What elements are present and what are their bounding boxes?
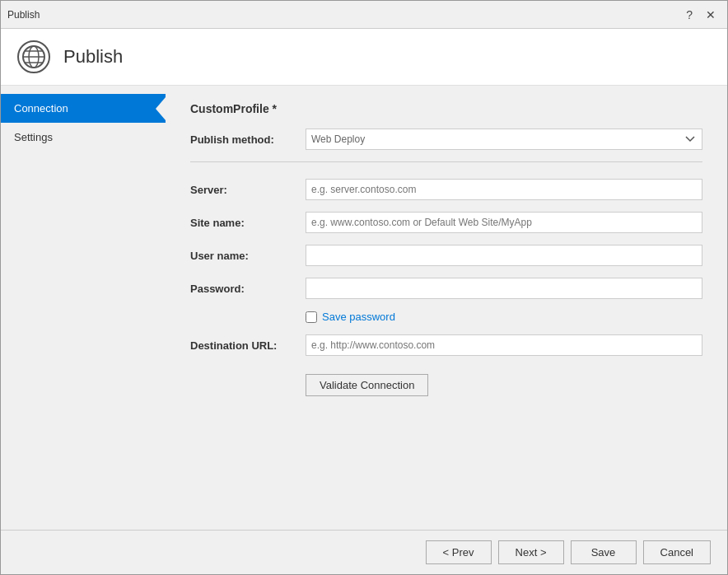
header: Publish	[1, 29, 727, 86]
server-label: Server:	[190, 184, 306, 196]
main-content: CustomProfile * Publish method: Web Depl…	[166, 86, 727, 530]
publish-dialog: Publish ? ✕ Publish Connection Setting	[0, 0, 728, 575]
sidebar: Connection Settings	[1, 86, 166, 530]
validate-connection-button[interactable]: Validate Connection	[306, 374, 428, 396]
destination-url-group: Destination URL:	[190, 334, 702, 356]
password-group: Password:	[190, 278, 702, 299]
close-button[interactable]: ✕	[701, 7, 721, 23]
sidebar-item-settings[interactable]: Settings	[1, 123, 166, 152]
save-password-checkbox[interactable]	[306, 311, 317, 323]
cancel-button[interactable]: Cancel	[643, 540, 711, 564]
server-input[interactable]	[306, 179, 702, 200]
prev-button[interactable]: < Prev	[426, 540, 492, 564]
destination-url-input[interactable]	[306, 334, 702, 356]
destination-url-label: Destination URL:	[190, 339, 306, 352]
publish-method-group: Publish method: Web Deploy Web Deploy Pa…	[190, 129, 702, 150]
form-divider	[190, 161, 702, 162]
next-button[interactable]: Next >	[498, 540, 564, 564]
content-area: Connection Settings CustomProfile * Publ…	[1, 86, 727, 530]
password-label: Password:	[190, 283, 306, 295]
globe-icon	[17, 40, 50, 73]
sidebar-item-settings-label: Settings	[14, 131, 53, 143]
site-name-input[interactable]	[306, 212, 702, 233]
server-group: Server:	[190, 179, 702, 200]
dialog-title: Publish	[7, 9, 40, 21]
footer: < Prev Next > Save Cancel	[1, 530, 727, 574]
user-name-input[interactable]	[306, 245, 702, 266]
header-title: Publish	[63, 46, 123, 68]
publish-method-label: Publish method:	[190, 133, 306, 146]
site-name-group: Site name:	[190, 212, 702, 233]
publish-method-select[interactable]: Web Deploy Web Deploy Package FTP File S…	[306, 129, 702, 150]
section-title: CustomProfile *	[190, 102, 702, 115]
title-bar-controls: ? ✕	[681, 7, 721, 23]
title-bar: Publish ? ✕	[1, 1, 727, 29]
help-button[interactable]: ?	[681, 7, 698, 23]
save-password-group: Save password	[306, 311, 702, 323]
sidebar-item-connection-label: Connection	[14, 102, 68, 115]
save-password-label[interactable]: Save password	[322, 311, 395, 323]
user-name-label: User name:	[190, 250, 306, 262]
user-name-group: User name:	[190, 245, 702, 266]
save-button[interactable]: Save	[571, 540, 637, 564]
site-name-label: Site name:	[190, 217, 306, 229]
password-input[interactable]	[306, 278, 702, 299]
sidebar-item-connection[interactable]: Connection	[1, 94, 166, 123]
